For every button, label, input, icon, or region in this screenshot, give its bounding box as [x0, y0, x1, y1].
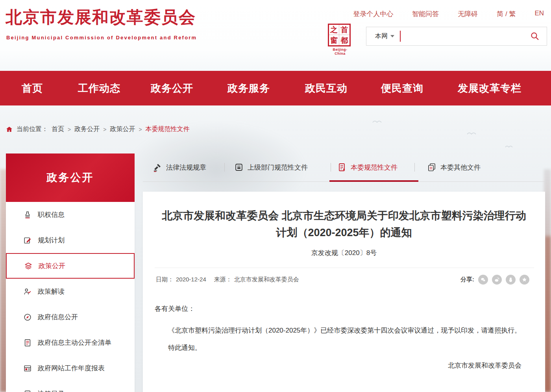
seal-char: 都 — [339, 35, 349, 45]
sidebar-item-website-annual-report[interactable]: 政府网站工作年度报表 — [6, 355, 135, 381]
quick-link-smart-qa[interactable]: 智能问答 — [412, 9, 439, 18]
breadcrumb-separator: > — [139, 126, 142, 133]
breadcrumb-item-policy-disclosure[interactable]: 政策公开 — [110, 125, 135, 133]
date-value: 2020-12-24 — [176, 276, 206, 283]
article-body: 各有关单位： 《北京市塑料污染治理行动计划（2020-2025年）》已经市委深改… — [143, 304, 545, 370]
sidebar-item-authority-info[interactable]: 职权信息 — [6, 202, 135, 227]
main-nav: 首页 工作动态 政务公开 政务服务 政民互动 便民查询 发展改革专栏 — [0, 71, 551, 105]
signature: 北京市发展和改革委员会 — [155, 361, 521, 370]
breadcrumb-item-gov-disclosure[interactable]: 政务公开 — [74, 125, 100, 133]
quick-link-login[interactable]: 登录个人中心 — [353, 9, 393, 18]
breadcrumb-label: 当前位置： — [17, 125, 48, 133]
stamp-icon — [23, 211, 32, 219]
share-weibo-icon[interactable] — [492, 275, 502, 285]
quick-link-simplified-traditional[interactable]: 简 / 繁 — [497, 9, 516, 18]
share-bar: 分享: — [460, 275, 529, 285]
sidebar-item-label: 政府信息主动公开全清单 — [38, 338, 111, 347]
layers-icon — [24, 262, 33, 270]
sidebar-item-gov-info-disclosure[interactable]: 政府信息公开 — [6, 304, 135, 330]
date-label: 日期： — [156, 276, 174, 283]
breadcrumb-separator: > — [68, 126, 71, 133]
copy-doc-icon — [427, 163, 436, 172]
nav-item-gov-services[interactable]: 政务服务 — [227, 71, 270, 105]
compass-icon — [23, 313, 32, 322]
tab-laws-regulations[interactable]: 法律法规规章 — [153, 161, 206, 174]
quick-links: 登录个人中心 智能问答 无障碍 简 / 繁 EN — [353, 9, 544, 18]
bird-decoration-icon — [372, 119, 382, 124]
tab-label: 本委规范性文件 — [351, 163, 398, 172]
tab-commission-normative-docs[interactable]: 本委规范性文件 — [337, 161, 398, 174]
tab-divider — [224, 163, 225, 172]
paragraph: 特此通知。 — [155, 343, 521, 352]
seal-char: 窗 — [329, 35, 339, 45]
site-title: 北京市发展和改革委员会 — [6, 6, 196, 28]
bird-decoration-icon — [466, 131, 477, 135]
sidebar-item-proactive-disclosure-list[interactable]: 政府信息主动公开全清单 — [6, 330, 135, 355]
article-card: 北京市发展和改革委员会 北京市生态环境局关于印发北京市塑料污染治理行动计划（20… — [143, 192, 545, 392]
edit-doc-icon — [23, 236, 32, 245]
doc-list-icon — [23, 338, 32, 347]
sidebar-item-label: 政策公开 — [39, 261, 65, 270]
person-check-icon — [23, 287, 32, 296]
sidebar-menu: 职权信息 规划计划 政策公开 政策解读 政府信息公开 政府信息主动公开全清单 — [6, 202, 135, 392]
sidebar: 政务公开 职权信息 规划计划 政策公开 政策解读 政府信息公开 — [6, 153, 135, 392]
share-qq-icon[interactable] — [506, 275, 516, 285]
sidebar-item-label: 规划计划 — [38, 236, 65, 245]
sidebar-item-plans[interactable]: 规划计划 — [6, 227, 135, 253]
source-value: 北京市发展和改革委员会 — [234, 276, 299, 283]
tab-divider — [331, 163, 331, 172]
quick-link-english[interactable]: EN — [534, 9, 544, 18]
seal-char: 首 — [339, 25, 349, 35]
report-table-icon — [23, 364, 32, 373]
search-bar: 本网 — [366, 27, 547, 46]
search-scope-dropdown[interactable]: 本网 — [366, 32, 394, 41]
sidebar-item-label: 政府网站工作年度报表 — [38, 364, 105, 373]
tab-label: 上级部门规范性文件 — [248, 163, 308, 172]
page: 北京市发展和改革委员会 Beijing Municipal Commission… — [0, 0, 551, 392]
seal-char: 之 — [329, 25, 339, 35]
catalog-icon — [23, 390, 32, 392]
share-wechat-icon[interactable] — [478, 275, 488, 285]
meta-divider — [155, 268, 534, 268]
capital-window-seal-logo[interactable]: 之 首 窗 都 Beijing-China — [328, 24, 352, 55]
home-icon[interactable] — [6, 126, 13, 133]
background-photo-right-edge-2 — [545, 236, 551, 392]
sidebar-title: 政务公开 — [6, 153, 135, 202]
search-icon[interactable] — [530, 31, 540, 41]
site-subtitle: Beijing Municipal Commission of Developm… — [6, 35, 197, 41]
site-header: 北京市发展和改革委员会 Beijing Municipal Commission… — [0, 0, 551, 71]
bird-decoration-icon — [505, 144, 513, 148]
seal-caption: Beijing-China — [328, 48, 352, 55]
search-input[interactable] — [401, 27, 530, 45]
tab-superior-normative-docs[interactable]: 上级部门规范性文件 — [234, 161, 308, 174]
nav-item-public-interaction[interactable]: 政民互动 — [305, 71, 348, 105]
gavel-icon — [153, 163, 162, 172]
doc-lines-icon — [337, 163, 347, 172]
nav-item-convenience-query[interactable]: 便民查询 — [381, 71, 423, 105]
nav-item-gov-disclosure[interactable]: 政务公开 — [151, 71, 193, 105]
breadcrumb-current: 本委规范性文件 — [146, 125, 190, 133]
article-meta: 日期： 2020-12-24 来源： 北京市发展和改革委员会 分享: — [143, 275, 545, 285]
sidebar-item-policy-disclosure[interactable]: 政策公开 — [6, 253, 135, 279]
sidebar-item-label: 政策解读 — [38, 287, 65, 296]
sidebar-item-decision-catalog[interactable]: 决策目录 — [6, 381, 135, 392]
share-favorite-icon[interactable] — [520, 275, 529, 285]
tab-divider — [414, 163, 415, 172]
nav-item-work-updates[interactable]: 工作动态 — [78, 71, 120, 105]
tab-label: 法律法规规章 — [166, 163, 206, 172]
nav-item-reform-column[interactable]: 发展改革专栏 — [458, 71, 521, 105]
salutation: 各有关单位： — [155, 304, 521, 313]
chevron-down-icon — [390, 35, 394, 37]
nav-item-home[interactable]: 首页 — [22, 71, 43, 105]
tab-commission-other-docs[interactable]: 本委其他文件 — [427, 161, 481, 174]
sidebar-item-policy-interpretation[interactable]: 政策解读 — [6, 279, 135, 304]
sidebar-item-label: 决策目录 — [38, 389, 65, 392]
quick-link-accessibility[interactable]: 无障碍 — [458, 9, 478, 18]
breadcrumb-separator: > — [103, 126, 106, 133]
search-scope-label: 本网 — [375, 32, 388, 41]
paragraph: 《北京市塑料污染治理行动计划（2020-2025年）》已经市委深改委第十四次会议… — [155, 324, 521, 337]
active-tab-underline — [329, 180, 418, 182]
breadcrumb-item-home[interactable]: 首页 — [52, 125, 64, 133]
sidebar-item-label: 职权信息 — [38, 210, 65, 219]
breadcrumb: 当前位置： 首页 > 政务公开 > 政策公开 > 本委规范性文件 — [6, 125, 190, 133]
